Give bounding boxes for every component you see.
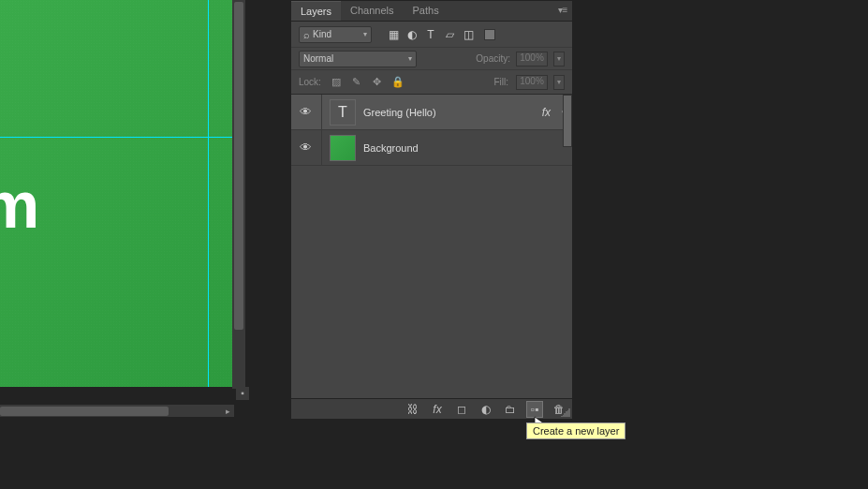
filter-type-icon[interactable]: T <box>424 28 437 41</box>
layer-name[interactable]: Background <box>363 142 419 154</box>
opacity-input[interactable]: 100% <box>516 52 548 67</box>
tab-channels[interactable]: Channels <box>341 1 403 21</box>
lock-fill-row: Lock: ▨ ✎ ✥ 🔒 Fill: 100% ▾ <box>291 70 572 95</box>
layer-thumbnail-text[interactable]: T <box>330 99 356 126</box>
layer-fx-indicator[interactable]: fx <box>542 106 551 119</box>
opacity-label: Opacity: <box>476 53 510 64</box>
chevron-down-icon: ▾ <box>363 30 367 38</box>
canvas-content: ! • m <box>0 66 37 235</box>
filter-adjustment-icon[interactable]: ◐ <box>405 28 419 41</box>
opacity-dropdown[interactable]: ▾ <box>553 52 565 67</box>
link-layers-icon[interactable]: ⛓ <box>405 402 420 417</box>
guide-horizontal[interactable] <box>0 137 232 138</box>
guide-vertical[interactable] <box>208 0 209 387</box>
fill-dropdown[interactable]: ▾ <box>553 75 565 90</box>
layer-style-icon[interactable]: fx <box>430 402 445 417</box>
chevron-down-icon: ▾ <box>408 54 412 63</box>
lock-transparency-icon[interactable]: ▨ <box>329 75 344 90</box>
fill-label: Fill: <box>493 77 508 87</box>
blend-mode-select[interactable]: Normal ▾ <box>299 51 417 67</box>
document-canvas[interactable]: ! • m <box>0 0 232 387</box>
blend-opacity-row: Normal ▾ Opacity: 100% ▾ <box>291 48 572 70</box>
tooltip: Create a new layer <box>526 422 625 439</box>
lock-label: Lock: <box>299 77 321 87</box>
lock-position-icon[interactable]: ✥ <box>370 75 385 90</box>
layer-row-greeting[interactable]: 👁 T Greeting (Hello) fx ▾ <box>291 95 572 130</box>
layer-thumbnail[interactable] <box>330 135 356 161</box>
visibility-toggle-icon[interactable]: 👁 <box>297 141 314 155</box>
canvas-vertical-scrollbar[interactable] <box>232 0 245 389</box>
layer-mask-icon[interactable]: ◻ <box>454 402 469 417</box>
adjustment-layer-icon[interactable]: ◐ <box>478 402 493 417</box>
layer-name[interactable]: Greeting (Hello) <box>363 107 436 118</box>
tab-layers[interactable]: Layers <box>291 1 341 21</box>
canvas-horizontal-scrollbar[interactable]: ▸ <box>0 404 234 417</box>
filter-smartobject-icon[interactable]: ◫ <box>462 28 475 41</box>
new-layer-icon[interactable]: ▫▪ <box>527 402 542 417</box>
panel-resize-grip[interactable] <box>561 408 570 417</box>
layer-filter-row: ⌕ Kind ▾ ▦ ◐ T ▱ ◫ <box>291 22 572 48</box>
layer-list: 👁 T Greeting (Hello) fx ▾ 👁 Background <box>291 95 572 398</box>
zoom-indicator[interactable]: ▪ <box>236 387 249 400</box>
panel-flyout-menu[interactable]: ▾≡ <box>553 1 572 21</box>
panel-tabs: Layers Channels Paths ▾≡ <box>291 1 572 22</box>
filter-pixel-icon[interactable]: ▦ <box>387 28 400 41</box>
filter-kind-select[interactable]: ⌕ Kind ▾ <box>299 26 372 43</box>
filter-toggle-switch[interactable] <box>484 29 495 40</box>
fill-input[interactable]: 100% <box>516 75 548 90</box>
visibility-toggle-icon[interactable]: 👁 <box>297 105 314 119</box>
filter-shape-icon[interactable]: ▱ <box>443 28 456 41</box>
search-icon: ⌕ <box>303 29 310 40</box>
layer-list-scrollbar[interactable] <box>563 95 572 147</box>
layer-group-icon[interactable]: 🗀 <box>503 402 518 417</box>
layer-row-background[interactable]: 👁 Background <box>291 130 572 166</box>
panel-bottom-bar: ⛓ fx ◻ ◐ 🗀 ▫▪ 🗑 <box>291 398 572 419</box>
lock-all-icon[interactable]: 🔒 <box>390 75 405 90</box>
canvas-area: ! • m ▸ ▪ <box>0 0 251 417</box>
tab-paths[interactable]: Paths <box>404 1 449 21</box>
layers-panel: Layers Channels Paths ▾≡ ⌕ Kind ▾ ▦ ◐ T … <box>290 0 573 420</box>
lock-image-icon[interactable]: ✎ <box>349 75 364 90</box>
